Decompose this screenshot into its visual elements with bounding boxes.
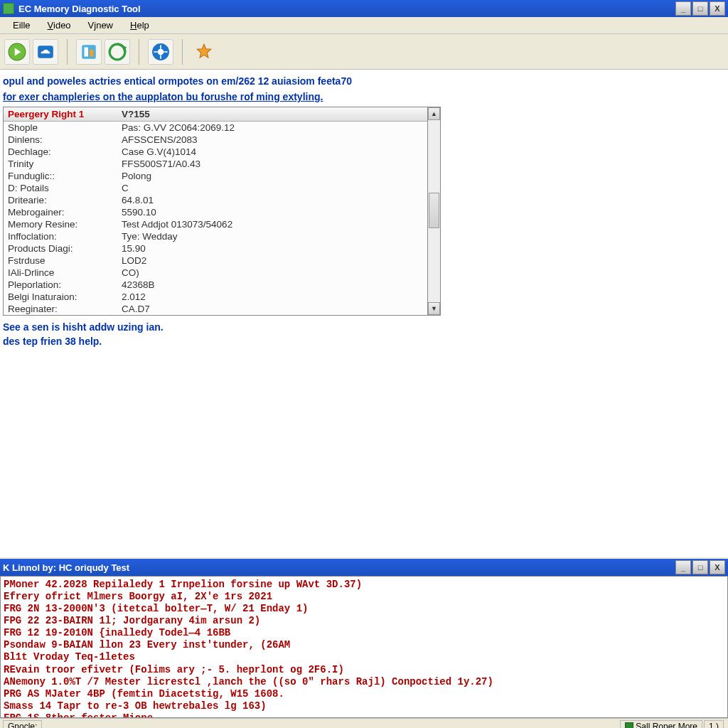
svg-rect-3 <box>85 47 88 56</box>
main-titlebar: EC Memory Diagnostic Tool _ □ X <box>0 0 728 17</box>
favorite-button[interactable] <box>191 39 217 65</box>
details-header[interactable]: Peergery Right 1 V?155 <box>4 107 427 122</box>
details-row[interactable]: IAli-DrlinceCO) <box>4 267 427 279</box>
details-scrollbar[interactable]: ▲ ▼ <box>428 107 441 316</box>
scroll-down-button[interactable]: ▼ <box>428 302 440 315</box>
details-row[interactable]: Reeginater:CA.D7 <box>4 303 427 315</box>
statusbar: Gnocle: Sall Roper More 1.) <box>0 718 728 728</box>
toolbar <box>0 34 728 70</box>
details-row[interactable]: Funduglic::Polong <box>4 170 427 182</box>
header-col2: V?155 <box>122 109 427 119</box>
details-list: Peergery Right 1 V?155 ShoplePas: G.VV 2… <box>3 107 428 316</box>
report-button[interactable] <box>76 39 102 65</box>
details-row[interactable]: D: PotailsC <box>4 182 427 194</box>
detail-label: Pleporlation: <box>4 279 122 290</box>
note-line-2: des tep frien 38 help. <box>3 336 725 347</box>
star-icon <box>195 43 213 61</box>
play-icon <box>8 43 26 61</box>
cloud-icon <box>36 43 55 61</box>
details-row[interactable]: Memory Resine:Test Addjot 013073/54062 <box>4 218 427 230</box>
scan-icon <box>151 43 170 61</box>
close-button[interactable]: X <box>710 1 725 16</box>
details-row[interactable]: Dinlens:AFSSCENS/2083 <box>4 134 427 146</box>
status-left: Gnocle: <box>3 720 42 729</box>
menubar: Eille Video Vjnew Help <box>0 17 728 34</box>
note-line-1: See a sen is hisht addw uzing ian. <box>3 321 725 333</box>
console-titlebar: K Linnol by: HC oriqudy Test _ □ X <box>0 559 728 576</box>
detail-label: Inffoclation: <box>4 231 122 242</box>
status-page: 1.) <box>704 720 724 729</box>
detail-label: Dinlens: <box>4 134 122 145</box>
info-line-1: opul and poweles actries entical ormpote… <box>3 75 725 87</box>
detail-value: 15.90 <box>122 243 427 254</box>
maximize-button[interactable]: □ <box>692 1 708 16</box>
detail-value: Test Addjot 013073/54062 <box>122 219 427 230</box>
details-row[interactable]: Dritearie:64.8.01 <box>4 194 427 206</box>
console-minimize-button[interactable]: _ <box>675 560 691 574</box>
detail-value: 64.8.01 <box>122 195 427 205</box>
svg-rect-2 <box>82 45 96 59</box>
detail-label: Dritearie: <box>4 195 122 205</box>
scroll-up-button[interactable]: ▲ <box>428 107 440 120</box>
refresh-icon <box>108 43 127 61</box>
header-col1: Peergery Right 1 <box>4 109 122 119</box>
detail-value: Tye: Wedday <box>122 231 427 242</box>
svg-point-7 <box>158 48 164 55</box>
details-row[interactable]: TrinityFFS500S71/A0.43 <box>4 158 427 170</box>
detail-value: 42368B <box>122 279 427 290</box>
detail-label: Belgi Inaturaion: <box>4 291 122 302</box>
detail-value: CO) <box>122 267 427 278</box>
detail-label: Products Diagi: <box>4 243 122 254</box>
detail-value: LOD2 <box>122 255 427 266</box>
detail-label: IAli-Drlince <box>4 267 122 278</box>
detail-value: Pas: G.VV 2C064:2069.12 <box>122 122 427 133</box>
cloud-button[interactable] <box>33 39 58 65</box>
detail-label: Shople <box>4 122 122 133</box>
detail-value: 5590.10 <box>122 207 427 218</box>
window-controls: _ □ X <box>675 1 725 16</box>
console-title: K Linnol by: HC oriqudy Test <box>3 562 675 573</box>
details-row[interactable]: ShoplePas: G.VV 2C064:2069.12 <box>4 122 427 134</box>
details-row[interactable]: Products Diagi:15.90 <box>4 242 427 255</box>
detail-value: CA.D7 <box>122 304 427 314</box>
status-text: Sall Roper More <box>636 722 697 729</box>
detail-label: Funduglic:: <box>4 171 122 181</box>
console-output[interactable]: PMoner 42.2028 Repilaledy 1 Irnpelion fo… <box>0 576 728 718</box>
detail-value: Polong <box>122 171 427 181</box>
refresh-button[interactable] <box>105 39 130 65</box>
report-icon <box>80 43 98 61</box>
console-window: K Linnol by: HC oriqudy Test _ □ X PMone… <box>0 559 728 718</box>
detail-label: Trinity <box>4 159 122 169</box>
detail-label: Reeginater: <box>4 304 122 314</box>
details-row[interactable]: Pleporlation:42368B <box>4 279 427 291</box>
menu-video[interactable]: Video <box>39 18 80 32</box>
detail-label: Memory Resine: <box>4 219 122 230</box>
detail-value: AFSSCENS/2083 <box>122 134 427 145</box>
details-row[interactable]: Mebrogainer:5590.10 <box>4 206 427 218</box>
detail-value: Case G.V(4)1014 <box>122 146 427 157</box>
details-row[interactable]: FstrduseLOD2 <box>4 255 427 267</box>
detail-value: FFS500S71/A0.43 <box>122 159 427 169</box>
details-row[interactable]: Dechlage:Case G.V(4)1014 <box>4 146 427 158</box>
detail-label: Dechlage: <box>4 146 122 157</box>
details-panel: Peergery Right 1 V?155 ShoplePas: G.VV 2… <box>3 107 441 316</box>
detail-label: Fstrduse <box>4 255 122 266</box>
scan-button[interactable] <box>148 39 173 65</box>
console-close-button[interactable]: X <box>710 560 725 574</box>
details-row[interactable]: Inffoclation:Tye: Wedday <box>4 230 427 242</box>
minimize-button[interactable]: _ <box>675 1 691 16</box>
detail-label: D: Potails <box>4 183 122 193</box>
menu-help[interactable]: Help <box>122 18 158 32</box>
console-maximize-button[interactable]: □ <box>692 560 708 574</box>
play-button[interactable] <box>4 39 30 65</box>
details-row[interactable]: Belgi Inaturaion:2.012 <box>4 291 427 303</box>
menu-view[interactable]: Vjnew <box>80 18 122 32</box>
main-content: opul and poweles actries entical ormpote… <box>0 70 728 557</box>
status-ok-icon <box>625 722 633 728</box>
scroll-track[interactable] <box>428 120 440 302</box>
detail-value: 2.012 <box>122 291 427 302</box>
menu-file[interactable]: Eille <box>4 18 39 32</box>
window-title: EC Memory Diagnostic Tool <box>18 4 675 14</box>
info-line-2: for exer champleries on the aupplaton bu… <box>3 91 725 102</box>
scroll-thumb[interactable] <box>429 193 439 228</box>
